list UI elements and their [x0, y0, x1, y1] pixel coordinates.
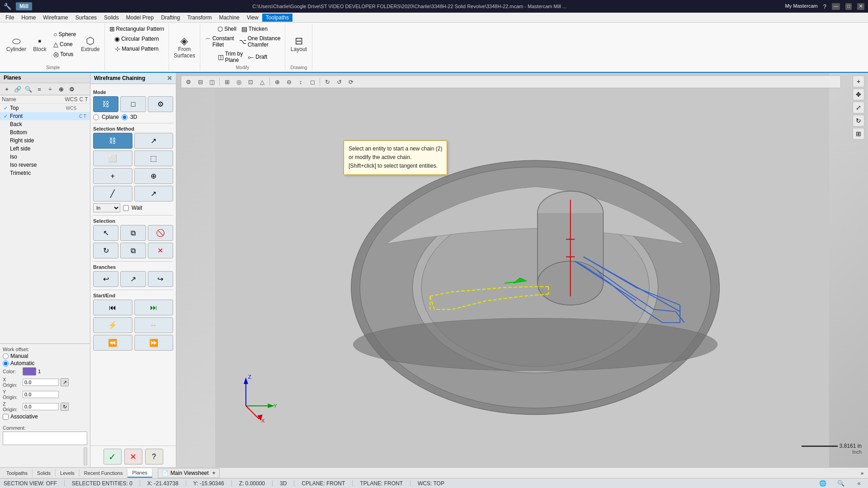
menu-modelprep[interactable]: Model Prep	[123, 14, 157, 22]
plane-row-back[interactable]: Back	[0, 120, 90, 128]
vp-right-rotate[interactable]: ↻	[853, 115, 864, 127]
shell-button[interactable]: ⬡ Shell	[216, 24, 238, 33]
comment-input[interactable]	[3, 432, 87, 445]
mode-settings-button[interactable]: ⚙	[148, 96, 173, 112]
layout-button[interactable]: ⊟ Layout	[288, 35, 309, 53]
threed-radio[interactable]	[122, 114, 127, 120]
vp-btn5[interactable]: ⊡	[245, 77, 256, 87]
sel-line2-btn[interactable]: ↗	[134, 186, 174, 202]
automatic-radio[interactable]	[3, 361, 9, 366]
extrude-button[interactable]: ⬡ Extrude	[79, 35, 101, 53]
menu-toolpaths[interactable]: Toolpaths	[262, 14, 292, 22]
planes-search-button[interactable]: 🔍	[24, 84, 33, 94]
status-expand-btn[interactable]: «	[854, 479, 864, 488]
manual-radio[interactable]	[3, 353, 9, 359]
vp-btn10[interactable]: ◻	[307, 77, 318, 87]
z-origin-input[interactable]	[23, 403, 59, 410]
plane-row-top[interactable]: ✓ Top WCS	[0, 104, 90, 112]
in-select[interactable]: In	[93, 203, 120, 212]
menu-surfaces[interactable]: Surfaces	[72, 14, 100, 22]
vp-btn3[interactable]: ⊞	[222, 77, 232, 87]
tab-planes[interactable]: Planes	[127, 469, 152, 478]
planes-settings-button[interactable]: ⚙	[67, 84, 77, 94]
vp-btn2[interactable]: ◫	[207, 77, 217, 87]
sel-window-btn[interactable]: ⬜	[93, 150, 132, 166]
tab-recent-functions[interactable]: Recent Functions	[80, 469, 128, 477]
x-origin-input[interactable]	[23, 379, 59, 386]
tab-solids[interactable]: Solids	[33, 469, 56, 477]
associative-checkbox[interactable]	[3, 414, 9, 420]
status-globe-btn[interactable]: 🌐	[817, 479, 828, 488]
plane-row-rightside[interactable]: Right side	[0, 136, 90, 145]
z-origin-rotate-button[interactable]: ↻	[61, 403, 69, 411]
close-button[interactable]: ✕	[857, 3, 864, 10]
cone-button[interactable]: △ Cone	[52, 40, 78, 49]
minimize-button[interactable]: —	[832, 3, 840, 10]
sel-reverse-btn[interactable]: ↻	[93, 243, 118, 258]
plane-row-bottom[interactable]: Bottom	[0, 128, 90, 136]
vp-right-zoom[interactable]: ⤢	[853, 102, 864, 113]
vp-btn12[interactable]: ↺	[334, 77, 344, 87]
sel-multi2-btn[interactable]: ⧉	[120, 243, 146, 258]
menu-view[interactable]: View	[243, 14, 262, 22]
tab-expand-btn[interactable]: »	[858, 469, 866, 477]
manual-pattern-button[interactable]: ⊹ Manual Pattern	[113, 44, 160, 53]
wf-close-button[interactable]: ✕	[167, 75, 172, 82]
x-origin-pick-button[interactable]: ↗	[61, 378, 69, 386]
menu-wireframe[interactable]: Wireframe	[39, 14, 71, 22]
y-origin-input[interactable]	[23, 391, 59, 398]
sel-chain-btn[interactable]: ⛓	[93, 133, 132, 149]
circular-pattern-button[interactable]: ◉ Circular Pattern	[113, 34, 160, 43]
cplane-radio[interactable]	[93, 114, 99, 120]
vp-btn6[interactable]: △	[257, 77, 268, 87]
sel-multi-btn[interactable]: ⧉	[120, 225, 146, 241]
se-first-btn[interactable]: ⏪	[93, 335, 132, 351]
se-swap-btn[interactable]: ↔	[134, 317, 174, 333]
vp-btn13[interactable]: ⟳	[345, 77, 356, 87]
thicken-button[interactable]: ▤ Thicken	[240, 24, 269, 33]
vp-btn9[interactable]: ↕	[295, 77, 306, 87]
planes-equals-button[interactable]: =	[34, 84, 44, 94]
vp-right-fit[interactable]: ⊞	[853, 128, 864, 140]
wf-ok-button[interactable]: ✓	[104, 449, 122, 465]
help-button[interactable]: ?	[823, 3, 826, 10]
menu-transform[interactable]: Transform	[184, 14, 215, 22]
vp-settings-btn[interactable]: ⚙	[183, 77, 194, 87]
viewport[interactable]: Z Y X ⚙ ⊟ ◫ ⊞ ◎ ⊡ △ ⊕ ⊖ ↕ ◻ ↻	[176, 73, 868, 467]
branch-up-btn[interactable]: ↗	[120, 271, 146, 287]
maximize-button[interactable]: □	[845, 3, 852, 10]
plane-row-front[interactable]: ✓ Front C T	[0, 112, 90, 120]
vp-right-plus[interactable]: +	[853, 75, 864, 87]
block-button[interactable]: ▪ Block	[29, 35, 50, 53]
my-mastercam-link[interactable]: My Mastercam	[785, 3, 818, 10]
cylinder-button[interactable]: ⬭ Cylinder	[5, 35, 28, 53]
plane-row-isoreverse[interactable]: Iso reverse	[0, 161, 90, 169]
se-next-btn[interactable]: ⏭	[134, 300, 174, 315]
branch-back-btn[interactable]: ↩	[93, 271, 118, 287]
planes-divider-button[interactable]: ÷	[45, 84, 55, 94]
se-split-btn[interactable]: ⚡	[93, 317, 132, 333]
viewsheet-add-btn[interactable]: +	[212, 470, 216, 476]
plane-row-leftside[interactable]: Left side	[0, 145, 90, 153]
sel-line-btn[interactable]: ╱	[93, 186, 132, 202]
planes-link-button[interactable]: 🔗	[13, 84, 23, 94]
se-last-btn[interactable]: ⏩	[134, 335, 174, 351]
menu-solids[interactable]: Solids	[100, 14, 123, 22]
mode-chain-button[interactable]: ⛓	[93, 96, 118, 112]
wf-cancel-button[interactable]: ✕	[124, 449, 142, 465]
menu-file[interactable]: File	[2, 14, 18, 22]
tab-levels[interactable]: Levels	[56, 469, 80, 477]
vp-btn8[interactable]: ⊖	[283, 77, 294, 87]
status-zoom-btn[interactable]: 🔍	[835, 479, 846, 488]
comment-scrollbar[interactable]	[84, 447, 87, 465]
draft-button[interactable]: ⟜ Draft	[246, 52, 269, 62]
sel-stop-btn[interactable]: 🚫	[148, 225, 173, 241]
sphere-button[interactable]: ○ Sphere	[52, 30, 78, 39]
trim-by-plane-button[interactable]: ◫ Trim byPlane	[216, 50, 245, 64]
sel-clear-btn[interactable]: ✕	[148, 243, 173, 258]
se-prev-btn[interactable]: ⏮	[93, 300, 132, 315]
vp-right-pan[interactable]: ✥	[853, 89, 864, 100]
rectangular-pattern-button[interactable]: ⊞ Rectangular Pattern	[108, 24, 166, 33]
planes-add-button[interactable]: +	[2, 84, 12, 94]
vp-btn4[interactable]: ◎	[233, 77, 244, 87]
